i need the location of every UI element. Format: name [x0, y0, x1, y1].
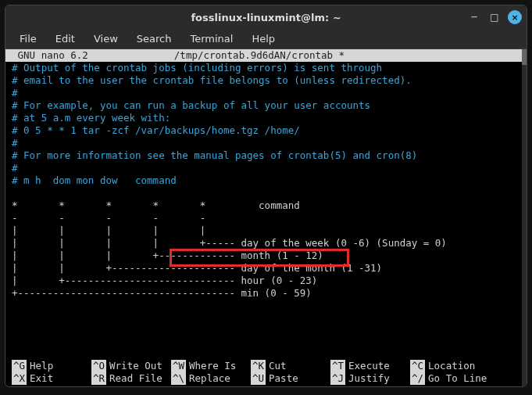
shortcut-key: ^W — [171, 360, 186, 372]
nano-shortcut: ^CLocation — [410, 360, 490, 372]
editor-line — [12, 187, 520, 199]
shortcut-label: Go To Line — [428, 372, 487, 385]
nano-shortcut: ^RRead File — [91, 372, 171, 385]
close-button[interactable]: × — [508, 10, 522, 24]
terminal-body[interactable]: GNU nano 6.2 /tmp/crontab.9d6dAN/crontab… — [5, 49, 527, 386]
shortcut-label: Paste — [269, 372, 298, 385]
window-title: fosslinux-linuxmint@lm: ~ — [5, 12, 527, 23]
editor-line: | | | +------------- month (1 - 12) — [12, 250, 520, 262]
menu-view[interactable]: View — [86, 31, 126, 47]
menubar: File Edit View Search Terminal Help — [5, 29, 527, 49]
maximize-button[interactable]: □ — [487, 10, 502, 24]
shortcut-label: Execute — [348, 360, 390, 372]
shortcut-key: ^K — [251, 360, 266, 372]
shortcut-key: ^J — [330, 372, 345, 385]
menu-search[interactable]: Search — [129, 31, 180, 47]
shortcut-key: ^G — [12, 360, 27, 372]
editor-line: - - - - - — [12, 212, 520, 224]
shortcut-label: Cut — [269, 360, 287, 372]
shortcut-key: ^T — [330, 360, 345, 372]
titlebar: fosslinux-linuxmint@lm: ~ ─ □ × — [5, 5, 527, 29]
editor-comment-line: # — [12, 137, 520, 149]
shortcut-key: ^X — [12, 372, 27, 385]
shortcuts-row-2: ^XExit^RRead File^\Replace^UPaste^JJusti… — [12, 372, 516, 385]
shortcut-label: Justify — [348, 372, 390, 385]
nano-shortcut: ^OWrite Out — [91, 360, 171, 372]
shortcuts-row-1: ^GHelp^OWrite Out^WWhere Is^KCut^TExecut… — [12, 360, 516, 372]
nano-shortcut: ^\Replace — [171, 372, 251, 385]
menu-help[interactable]: Help — [244, 31, 283, 47]
nano-header: GNU nano 6.2 /tmp/crontab.9d6dAN/crontab… — [5, 49, 527, 62]
shortcut-label: Location — [428, 360, 475, 372]
editor-comment-line: # email to the user the crontab file bel… — [12, 74, 520, 87]
menu-edit[interactable]: Edit — [48, 31, 83, 47]
editor-comment-line: # For example, you can run a backup of a… — [12, 99, 520, 112]
editor-line: +------------------------------------- m… — [12, 287, 520, 300]
nano-filepath: /tmp/crontab.9d6dAN/crontab * — [174, 49, 345, 62]
editor-line: * * * * * command — [12, 199, 520, 212]
nano-shortcut: ^KCut — [251, 360, 330, 372]
shortcut-label: Write Out — [109, 360, 162, 372]
menu-file[interactable]: File — [12, 31, 45, 47]
editor-comment-line: # Output of the crontab jobs (including … — [12, 62, 520, 74]
editor-comment-line: # m h dom mon dow command — [12, 174, 520, 187]
shortcut-key: ^O — [91, 360, 106, 372]
shortcut-key: ^U — [251, 372, 266, 385]
shortcut-key: ^C — [410, 360, 425, 372]
shortcut-label: Exit — [30, 372, 53, 385]
window-controls: ─ □ × — [467, 10, 522, 24]
shortcut-key: ^/ — [410, 372, 425, 385]
shortcut-label: Where Is — [189, 360, 236, 372]
nano-shortcut: ^UPaste — [251, 372, 330, 385]
menu-terminal[interactable]: Terminal — [182, 31, 241, 47]
terminal-window: fosslinux-linuxmint@lm: ~ ─ □ × File Edi… — [5, 5, 527, 387]
editor-comment-line: # — [12, 87, 520, 99]
shortcut-key: ^\ — [171, 372, 186, 385]
editor-line: | +----------------------------- hour (0… — [12, 275, 520, 287]
scrollbar-thumb[interactable] — [522, 49, 527, 65]
editor-comment-line: # at 5 a.m every week with: — [12, 112, 520, 124]
shortcut-label: Help — [30, 360, 53, 372]
editor-comment-line: # — [12, 162, 520, 174]
nano-version: GNU nano 6.2 — [12, 49, 88, 62]
minimize-button[interactable]: ─ — [467, 10, 481, 24]
nano-footer: ^GHelp^OWrite Out^WWhere Is^KCut^TExecut… — [5, 360, 522, 386]
nano-shortcut: ^GHelp — [12, 360, 91, 372]
editor-comment-line: # For more information see the manual pa… — [12, 149, 520, 162]
scrollbar[interactable] — [522, 49, 527, 386]
editor-line: | | +--------------------- day of the mo… — [12, 262, 520, 275]
editor-content: # Output of the crontab jobs (including … — [5, 62, 527, 300]
nano-shortcut: ^TExecute — [330, 360, 410, 372]
editor-line: | | | | +----- day of the week (0 -6) (S… — [12, 237, 520, 250]
nano-shortcut: ^/Go To Line — [410, 372, 490, 385]
editor-line: | | | | | — [12, 224, 520, 237]
nano-shortcut: ^WWhere Is — [171, 360, 251, 372]
shortcut-label: Replace — [189, 372, 230, 385]
nano-shortcut: ^XExit — [12, 372, 91, 385]
shortcut-label: Read File — [109, 372, 162, 385]
shortcut-key: ^R — [91, 372, 106, 385]
editor-comment-line: # 0 5 * * 1 tar -zcf /var/backups/home.t… — [12, 124, 520, 137]
nano-shortcut: ^JJustify — [330, 372, 410, 385]
